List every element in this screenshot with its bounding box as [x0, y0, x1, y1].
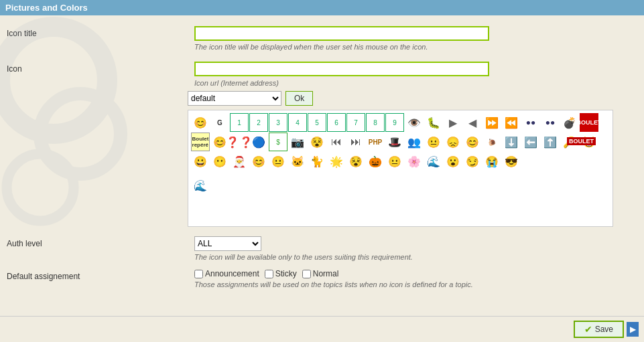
icon-title-input[interactable] — [194, 26, 489, 41]
icon-cell[interactable]: ⏮ — [327, 133, 346, 151]
sticky-checkbox[interactable] — [265, 270, 273, 278]
icon-title-hint: The icon title will be displayed when th… — [194, 43, 637, 51]
icon-cell[interactable]: 4 — [288, 113, 307, 132]
svg-point-1 — [40, 94, 121, 174]
icon-cell[interactable]: 7 — [346, 113, 365, 132]
icon-cell[interactable]: 🌊 — [424, 152, 443, 171]
icon-cell[interactable]: 😊 — [191, 113, 210, 132]
icon-cell[interactable]: 😶 — [210, 152, 229, 171]
ok-button[interactable]: Ok — [285, 91, 313, 106]
icon-set-select[interactable]: default — [188, 91, 281, 106]
icon-cell[interactable]: 8 — [366, 113, 385, 132]
svg-point-2 — [7, 154, 74, 221]
boulet-label: BOULET — [567, 137, 596, 145]
save-label: Save — [595, 325, 613, 334]
icon-label: Icon — [7, 62, 194, 74]
icon-cell[interactable]: ⬇️ — [502, 133, 521, 151]
announcement-label: Announcement — [205, 269, 259, 278]
icon-cell[interactable]: 6 — [327, 113, 346, 132]
icon-cell[interactable]: ⏭ — [346, 133, 365, 151]
default-assignment-label: Default assignement — [7, 269, 194, 281]
icon-cell[interactable]: 👥 — [405, 133, 424, 151]
icon-cell[interactable]: 😐 — [424, 133, 443, 151]
icon-cell[interactable]: 9 — [385, 113, 404, 132]
icon-cell[interactable]: 😵 — [346, 152, 365, 171]
normal-label: Normal — [313, 269, 339, 278]
icon-title-content: The icon title will be displayed when th… — [194, 26, 637, 51]
icon-cell[interactable]: 😀 — [191, 152, 210, 171]
normal-checkbox[interactable] — [302, 270, 311, 278]
icon-cell[interactable]: 2 — [249, 113, 268, 132]
icon-cell[interactable]: 🐱 — [288, 152, 307, 171]
icon-cell[interactable]: ⏩ — [482, 113, 501, 132]
icon-cell[interactable]: 😐 — [269, 152, 287, 171]
icon-cell[interactable]: 📷 — [288, 133, 307, 151]
auth-level-content: ALL The icon will be available only to t… — [194, 236, 637, 261]
auth-level-label: Auth level — [7, 236, 194, 248]
icon-content: Icon url (Internet address) — [194, 62, 637, 87]
announcement-checkbox[interactable] — [194, 270, 203, 278]
icon-cell[interactable]: 5 — [308, 113, 326, 132]
section-title: Pictures and Colors — [0, 0, 644, 15]
icon-title-label: Icon title — [7, 26, 194, 38]
icon-cell[interactable]: Bouletrepéré — [191, 133, 210, 151]
icon-title-row: Icon title The icon title will be displa… — [0, 22, 644, 55]
icon-cell[interactable]: 😊 — [463, 133, 482, 151]
icon-cell[interactable]: 🎃 — [366, 152, 385, 171]
icon-cell[interactable]: $ — [269, 133, 287, 151]
checkbox-row: Announcement Sticky Normal — [194, 269, 637, 278]
icon-url-input[interactable] — [194, 62, 489, 76]
icon-cell[interactable]: 3 — [269, 113, 287, 132]
icon-cell[interactable]: 🐌 — [482, 133, 501, 151]
page-container: Pictures and Colors Icon title The icon … — [0, 0, 644, 342]
icon-cell[interactable]: ●● — [541, 113, 560, 132]
icon-cell[interactable]: 🐛 — [424, 113, 443, 132]
save-icon: ✔ — [584, 324, 592, 335]
normal-checkbox-label[interactable]: Normal — [302, 269, 339, 278]
icon-cell[interactable]: ⬆️ — [541, 133, 560, 151]
icon-cell[interactable]: 🌸 — [405, 152, 424, 171]
icon-cell[interactable]: 😞 — [444, 133, 462, 151]
icon-cell[interactable]: ⏪ — [502, 113, 521, 132]
save-button[interactable]: ✔ Save — [574, 321, 624, 338]
icon-cell[interactable]: 🎩 — [385, 133, 404, 151]
icon-cell[interactable]: PHP — [366, 133, 385, 151]
default-assignment-hint: Those assignments will be used on the to… — [194, 280, 637, 288]
icon-cell[interactable]: 🌊 — [191, 176, 210, 195]
icon-cell[interactable]: ●● — [521, 113, 540, 132]
icon-cell[interactable]: BOULET — [580, 113, 598, 132]
icon-cell[interactable]: 🌟 — [327, 152, 346, 171]
icon-cell[interactable]: G — [210, 113, 229, 132]
icon-url-label: Icon url (Internet address) — [194, 79, 637, 87]
save-bar: ✔ Save ▶ — [0, 316, 644, 342]
icon-cell[interactable]: ⬅️ — [521, 133, 540, 151]
icon-cell[interactable]: 😐 — [385, 152, 404, 171]
icon-cell[interactable]: 😎 — [502, 152, 521, 171]
icon-grid-wrapper[interactable]: 😊 G 1 2 3 4 5 6 7 8 9 👁️ 🐛 ▶ ◀ ⏩ ⏪ ●● ●●… — [188, 110, 613, 227]
icon-cell[interactable]: ❓❓ — [230, 133, 249, 151]
icon-cell[interactable]: 😮 — [444, 152, 462, 171]
icon-grid: 😊 G 1 2 3 4 5 6 7 8 9 👁️ 🐛 ▶ ◀ ⏩ ⏪ ●● ●●… — [188, 110, 613, 173]
icon-cell[interactable]: ▶ — [444, 113, 462, 132]
auth-level-hint: The icon will be available only to the u… — [194, 253, 637, 261]
icon-cell[interactable]: 🔵 — [249, 133, 268, 151]
nav-next-button[interactable]: ▶ — [627, 322, 639, 337]
sticky-label: Sticky — [275, 269, 297, 278]
icon-cell[interactable]: 😏 — [463, 152, 482, 171]
icon-cell[interactable]: 1 — [230, 113, 249, 132]
icon-row: Icon Icon url (Internet address) VIVE LE… — [0, 58, 644, 91]
auth-level-select[interactable]: ALL — [194, 236, 261, 251]
icon-cell[interactable]: 🎅 — [230, 152, 249, 171]
icon-cell[interactable]: 🐈 — [308, 152, 326, 171]
default-assignment-content: Announcement Sticky Normal Those assignm… — [194, 269, 637, 288]
default-assignment-row: Default assignement Announcement Sticky … — [0, 265, 644, 292]
icon-cell[interactable]: ◀ — [463, 113, 482, 132]
auth-level-row: Auth level ALL The icon will be availabl… — [0, 232, 644, 265]
announcement-checkbox-label[interactable]: Announcement — [194, 269, 259, 278]
icon-cell[interactable]: 👁️ — [405, 113, 424, 132]
sticky-checkbox-label[interactable]: Sticky — [265, 269, 297, 278]
section-title-text: Pictures and Colors — [5, 3, 88, 13]
icon-cell[interactable]: 😭 — [482, 152, 501, 171]
icon-cell[interactable]: 😵 — [308, 133, 326, 151]
icon-cell[interactable]: 😊 — [249, 152, 268, 171]
